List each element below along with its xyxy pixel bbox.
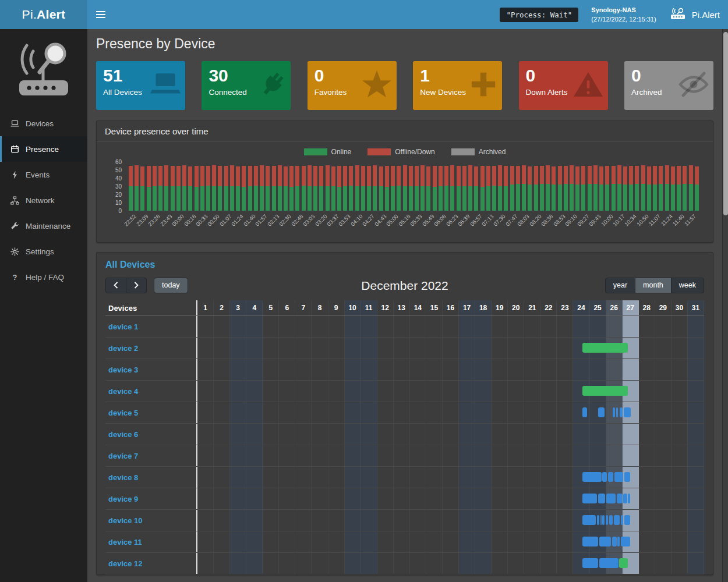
summary-tile-new-devices[interactable]: 1New Devices <box>413 61 502 110</box>
chart-bar-online <box>272 186 276 211</box>
summary-tile-connected[interactable]: 30Connected <box>202 61 291 110</box>
calendar-prev-button[interactable] <box>105 278 126 293</box>
presence-bar-blue[interactable] <box>582 472 602 482</box>
sidebar-item-label: Settings <box>26 247 54 256</box>
presence-bar-blue[interactable] <box>582 407 587 417</box>
presence-bar-green[interactable] <box>619 558 628 568</box>
device-link-device-6[interactable]: device 6 <box>108 430 138 439</box>
presence-bar-blue[interactable] <box>621 515 623 525</box>
sidebar-toggle-button[interactable] <box>87 0 114 29</box>
calendar-next-button[interactable] <box>126 278 147 293</box>
chart-bar-offline <box>504 166 508 186</box>
day-header-24: 24 <box>573 300 589 315</box>
view-week-button[interactable]: week <box>672 278 704 293</box>
device-link-device-7[interactable]: device 7 <box>108 452 138 460</box>
presence-bar-blue[interactable] <box>582 558 598 568</box>
device-row: device 3 <box>105 359 704 381</box>
device-link-device-2[interactable]: device 2 <box>108 344 138 353</box>
presence-bar-blue[interactable] <box>613 407 615 417</box>
presence-bar-blue[interactable] <box>602 515 605 525</box>
presence-bar-blue[interactable] <box>606 515 608 525</box>
view-month-button[interactable]: month <box>635 278 672 293</box>
legend-swatch <box>451 148 475 155</box>
presence-bar-blue[interactable] <box>608 472 613 482</box>
summary-tile-favorites[interactable]: 0Favorites <box>308 61 397 110</box>
presence-bar-blue[interactable] <box>582 537 598 546</box>
chart-bar-online <box>326 186 330 211</box>
device-link-device-4[interactable]: device 4 <box>108 387 138 396</box>
presence-bar-blue[interactable] <box>597 515 599 525</box>
summary-tile-down-alerts[interactable]: 0Down Alerts <box>519 61 608 110</box>
presence-bar-blue[interactable] <box>623 494 627 503</box>
presence-bar-blue[interactable] <box>598 494 605 503</box>
chart-y-axis: 0102030405060 <box>105 162 124 211</box>
presence-bar-blue[interactable] <box>621 537 630 546</box>
sidebar-item-events[interactable]: Events <box>0 162 87 187</box>
day-header-17: 17 <box>459 300 475 315</box>
presence-bar-blue[interactable] <box>617 537 620 546</box>
device-link-device-3[interactable]: device 3 <box>108 365 138 374</box>
presence-bar-blue[interactable] <box>600 515 602 525</box>
device-link-device-12[interactable]: device 12 <box>108 559 143 568</box>
day-header-23: 23 <box>557 300 573 315</box>
device-link-device-10[interactable]: device 10 <box>108 516 143 525</box>
y-axis-tick: 60 <box>105 159 122 165</box>
presence-bar-blue[interactable] <box>599 537 611 546</box>
presence-bar-blue[interactable] <box>624 515 630 525</box>
chart-bar-offline <box>337 166 341 187</box>
presence-bar-blue[interactable] <box>598 407 605 417</box>
device-link-device-9[interactable]: device 9 <box>108 495 138 503</box>
day-header-29: 29 <box>655 300 672 315</box>
chart-bar-online <box>212 186 216 211</box>
chart-bar-offline <box>498 165 502 186</box>
day-header-7: 7 <box>295 300 312 315</box>
sidebar-item-network[interactable]: Network <box>0 187 87 213</box>
presence-bar-blue[interactable] <box>628 494 630 503</box>
day-header-16: 16 <box>443 300 459 315</box>
presence-bar-blue[interactable] <box>599 558 619 568</box>
device-row: device 6 <box>105 424 704 445</box>
brand-logo[interactable]: Pi.Alert <box>0 0 87 29</box>
presence-bar-blue[interactable] <box>616 407 618 417</box>
chart-bar-online <box>492 186 496 211</box>
summary-tile-archived[interactable]: 0Archived <box>624 61 713 110</box>
wrench-icon <box>10 222 20 230</box>
device-name-cell: device 10 <box>105 510 197 531</box>
day-header-4: 4 <box>246 300 263 315</box>
presence-bar-green[interactable] <box>582 386 628 396</box>
device-link-device-8[interactable]: device 8 <box>108 473 138 482</box>
summary-tile-all-devices[interactable]: 51All Devices <box>96 61 185 110</box>
presence-bar-blue[interactable] <box>617 494 623 503</box>
scrollbar-thumb[interactable] <box>723 32 728 215</box>
chart-bar-offline <box>361 166 365 186</box>
view-year-button[interactable]: year <box>605 278 635 293</box>
presence-bar-blue[interactable] <box>614 515 620 525</box>
day-header-20: 20 <box>508 300 524 315</box>
sidebar-item-presence[interactable]: Presence <box>0 136 87 162</box>
presence-bar-blue[interactable] <box>609 515 613 525</box>
presence-bar-blue[interactable] <box>612 537 617 546</box>
chart-bar-offline <box>397 166 401 186</box>
sidebar-item-devices[interactable]: Devices <box>0 111 87 136</box>
chevron-right-icon <box>134 282 139 290</box>
presence-bar-blue[interactable] <box>582 515 596 525</box>
presence-bar-blue[interactable] <box>606 494 616 503</box>
calendar-today-button[interactable]: today <box>154 278 188 293</box>
presence-bar-green[interactable] <box>582 343 628 353</box>
presence-bar-blue[interactable] <box>582 494 597 503</box>
router-icon <box>669 8 687 22</box>
presence-bar-blue[interactable] <box>602 472 607 482</box>
device-link-device-1[interactable]: device 1 <box>108 322 138 331</box>
sidebar-item-settings[interactable]: Settings <box>0 239 87 264</box>
sidebar-item-help-faq[interactable]: ?Help / FAQ <box>0 264 87 290</box>
presence-bar-blue[interactable] <box>614 472 623 482</box>
page-scrollbar[interactable] <box>722 29 728 582</box>
day-header-30: 30 <box>672 300 688 315</box>
chart-bar-offline <box>635 166 639 184</box>
presence-bar-blue[interactable] <box>624 407 631 417</box>
device-link-device-5[interactable]: device 5 <box>108 409 138 417</box>
presence-bar-blue[interactable] <box>620 407 623 417</box>
device-link-device-11[interactable]: device 11 <box>108 538 142 546</box>
presence-bar-blue[interactable] <box>624 472 630 482</box>
sidebar-item-maintenance[interactable]: Maintenance <box>0 213 87 239</box>
